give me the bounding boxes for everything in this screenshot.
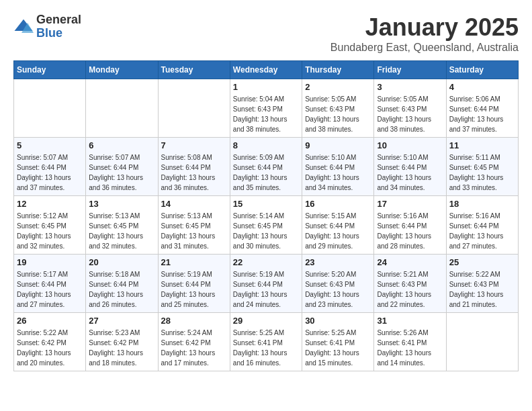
day-info: Sunrise: 5:23 AM Sunset: 6:42 PM Dayligh… [89, 328, 154, 368]
day-number: 28 [161, 316, 227, 326]
calendar-cell: 27Sunrise: 5:23 AM Sunset: 6:42 PM Dayli… [86, 313, 158, 371]
day-number: 21 [161, 257, 227, 267]
calendar-cell: 8Sunrise: 5:09 AM Sunset: 6:44 PM Daylig… [230, 138, 302, 196]
day-number: 20 [89, 257, 154, 267]
title-section: January 2025 Bundaberg East, Queensland,… [330, 13, 519, 54]
day-number: 5 [17, 140, 83, 150]
day-info: Sunrise: 5:12 AM Sunset: 6:45 PM Dayligh… [17, 211, 83, 251]
calendar-cell: 24Sunrise: 5:21 AM Sunset: 6:43 PM Dayli… [374, 255, 446, 313]
calendar-cell: 29Sunrise: 5:25 AM Sunset: 6:41 PM Dayli… [230, 313, 302, 371]
day-info: Sunrise: 5:13 AM Sunset: 6:45 PM Dayligh… [89, 211, 154, 251]
day-number: 19 [17, 257, 83, 267]
day-info: Sunrise: 5:06 AM Sunset: 6:44 PM Dayligh… [449, 94, 515, 134]
day-number: 3 [377, 82, 443, 92]
day-info: Sunrise: 5:04 AM Sunset: 6:43 PM Dayligh… [233, 94, 299, 134]
week-row-3: 12Sunrise: 5:12 AM Sunset: 6:45 PM Dayli… [14, 196, 519, 255]
calendar-cell: 21Sunrise: 5:19 AM Sunset: 6:44 PM Dayli… [158, 255, 230, 313]
weekday-header-wednesday: Wednesday [230, 61, 302, 79]
calendar-cell: 16Sunrise: 5:15 AM Sunset: 6:44 PM Dayli… [302, 196, 374, 255]
day-info: Sunrise: 5:15 AM Sunset: 6:44 PM Dayligh… [305, 211, 371, 251]
day-info: Sunrise: 5:05 AM Sunset: 6:43 PM Dayligh… [377, 94, 443, 134]
day-number: 18 [449, 199, 515, 209]
calendar-cell: 6Sunrise: 5:07 AM Sunset: 6:44 PM Daylig… [86, 138, 158, 196]
calendar-cell [86, 79, 158, 138]
calendar-cell: 22Sunrise: 5:19 AM Sunset: 6:44 PM Dayli… [230, 255, 302, 313]
page-header: General Blue January 2025 Bundaberg East… [13, 13, 519, 54]
day-info: Sunrise: 5:10 AM Sunset: 6:44 PM Dayligh… [377, 152, 443, 193]
day-info: Sunrise: 5:16 AM Sunset: 6:44 PM Dayligh… [377, 211, 443, 251]
weekday-header-tuesday: Tuesday [158, 61, 230, 79]
week-row-4: 19Sunrise: 5:17 AM Sunset: 6:44 PM Dayli… [14, 255, 519, 313]
day-number: 24 [377, 257, 443, 267]
day-info: Sunrise: 5:22 AM Sunset: 6:43 PM Dayligh… [449, 269, 515, 310]
day-number: 4 [449, 82, 515, 92]
day-info: Sunrise: 5:07 AM Sunset: 6:44 PM Dayligh… [17, 152, 83, 193]
calendar-cell: 19Sunrise: 5:17 AM Sunset: 6:44 PM Dayli… [14, 255, 86, 313]
day-number: 1 [233, 82, 299, 92]
calendar-cell: 31Sunrise: 5:26 AM Sunset: 6:41 PM Dayli… [374, 313, 446, 371]
calendar-cell: 9Sunrise: 5:10 AM Sunset: 6:44 PM Daylig… [302, 138, 374, 196]
week-row-2: 5Sunrise: 5:07 AM Sunset: 6:44 PM Daylig… [14, 138, 519, 196]
day-info: Sunrise: 5:20 AM Sunset: 6:43 PM Dayligh… [305, 269, 371, 310]
calendar-cell: 1Sunrise: 5:04 AM Sunset: 6:43 PM Daylig… [230, 79, 302, 138]
logo-general-label: General [36, 13, 81, 27]
calendar-cell: 13Sunrise: 5:13 AM Sunset: 6:45 PM Dayli… [86, 196, 158, 255]
day-number: 23 [305, 257, 371, 267]
day-number: 16 [305, 199, 371, 209]
week-row-5: 26Sunrise: 5:22 AM Sunset: 6:42 PM Dayli… [14, 313, 519, 371]
day-number: 22 [233, 257, 299, 267]
day-info: Sunrise: 5:21 AM Sunset: 6:43 PM Dayligh… [377, 269, 443, 310]
day-info: Sunrise: 5:25 AM Sunset: 6:41 PM Dayligh… [233, 328, 299, 368]
day-info: Sunrise: 5:11 AM Sunset: 6:45 PM Dayligh… [449, 152, 515, 193]
weekday-header-saturday: Saturday [446, 61, 518, 79]
day-info: Sunrise: 5:10 AM Sunset: 6:44 PM Dayligh… [305, 152, 371, 193]
day-info: Sunrise: 5:05 AM Sunset: 6:43 PM Dayligh… [305, 94, 371, 134]
day-info: Sunrise: 5:18 AM Sunset: 6:44 PM Dayligh… [89, 269, 154, 310]
calendar-cell: 3Sunrise: 5:05 AM Sunset: 6:43 PM Daylig… [374, 79, 446, 138]
day-number: 27 [89, 316, 154, 326]
day-number: 11 [449, 140, 515, 150]
day-number: 15 [233, 199, 299, 209]
day-number: 31 [377, 316, 443, 326]
day-info: Sunrise: 5:14 AM Sunset: 6:45 PM Dayligh… [233, 211, 299, 251]
calendar-cell: 23Sunrise: 5:20 AM Sunset: 6:43 PM Dayli… [302, 255, 374, 313]
calendar-cell [446, 313, 518, 371]
location-label: Bundaberg East, Queensland, Australia [330, 42, 519, 54]
day-number: 7 [161, 140, 227, 150]
calendar-cell: 7Sunrise: 5:08 AM Sunset: 6:44 PM Daylig… [158, 138, 230, 196]
day-info: Sunrise: 5:25 AM Sunset: 6:41 PM Dayligh… [305, 328, 371, 368]
weekday-header-monday: Monday [86, 61, 158, 79]
day-number: 10 [377, 140, 443, 150]
day-info: Sunrise: 5:19 AM Sunset: 6:44 PM Dayligh… [161, 269, 227, 310]
weekday-header-sunday: Sunday [14, 61, 86, 79]
day-number: 12 [17, 199, 83, 209]
calendar-cell: 10Sunrise: 5:10 AM Sunset: 6:44 PM Dayli… [374, 138, 446, 196]
logo-text: General Blue [36, 13, 81, 40]
calendar-table: SundayMondayTuesdayWednesdayThursdayFrid… [13, 60, 519, 371]
day-info: Sunrise: 5:16 AM Sunset: 6:44 PM Dayligh… [449, 211, 515, 251]
calendar-cell: 26Sunrise: 5:22 AM Sunset: 6:42 PM Dayli… [14, 313, 86, 371]
day-info: Sunrise: 5:24 AM Sunset: 6:42 PM Dayligh… [161, 328, 227, 368]
calendar-cell: 4Sunrise: 5:06 AM Sunset: 6:44 PM Daylig… [446, 79, 518, 138]
calendar-cell: 14Sunrise: 5:13 AM Sunset: 6:45 PM Dayli… [158, 196, 230, 255]
calendar-cell [14, 79, 86, 138]
weekday-header-thursday: Thursday [302, 61, 374, 79]
calendar-cell: 28Sunrise: 5:24 AM Sunset: 6:42 PM Dayli… [158, 313, 230, 371]
day-info: Sunrise: 5:22 AM Sunset: 6:42 PM Dayligh… [17, 328, 83, 368]
day-number: 6 [89, 140, 154, 150]
week-row-1: 1Sunrise: 5:04 AM Sunset: 6:43 PM Daylig… [14, 79, 519, 138]
day-info: Sunrise: 5:07 AM Sunset: 6:44 PM Dayligh… [89, 152, 154, 193]
day-info: Sunrise: 5:13 AM Sunset: 6:45 PM Dayligh… [161, 211, 227, 251]
day-number: 25 [449, 257, 515, 267]
day-number: 17 [377, 199, 443, 209]
day-info: Sunrise: 5:26 AM Sunset: 6:41 PM Dayligh… [377, 328, 443, 368]
calendar-cell: 5Sunrise: 5:07 AM Sunset: 6:44 PM Daylig… [14, 138, 86, 196]
logo: General Blue [13, 13, 81, 40]
logo-blue-label: Blue [36, 27, 81, 40]
day-number: 2 [305, 82, 371, 92]
day-number: 9 [305, 140, 371, 150]
calendar-cell: 15Sunrise: 5:14 AM Sunset: 6:45 PM Dayli… [230, 196, 302, 255]
calendar-cell [158, 79, 230, 138]
day-info: Sunrise: 5:17 AM Sunset: 6:44 PM Dayligh… [17, 269, 83, 310]
day-number: 30 [305, 316, 371, 326]
